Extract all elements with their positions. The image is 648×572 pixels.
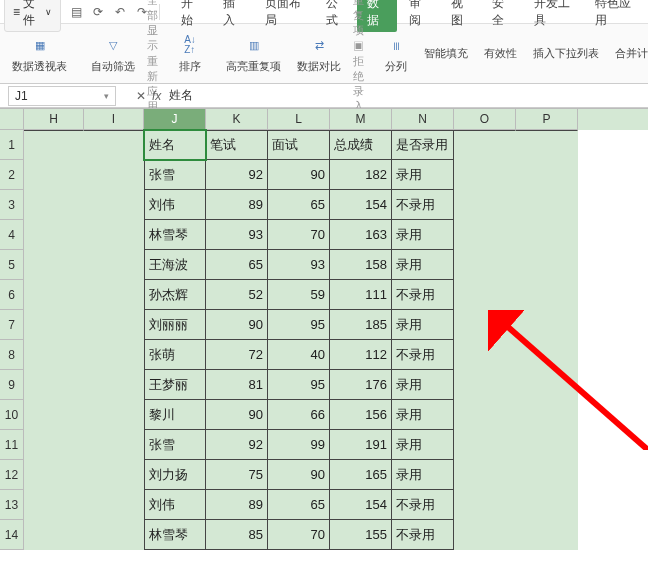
cell[interactable]: 185 [330, 310, 392, 340]
cell[interactable] [24, 310, 84, 340]
cell[interactable]: 92 [206, 430, 268, 460]
cell[interactable] [454, 460, 516, 490]
cell[interactable] [84, 430, 144, 460]
cell[interactable] [454, 280, 516, 310]
cell[interactable] [84, 280, 144, 310]
cell[interactable] [516, 190, 578, 220]
cell[interactable] [24, 490, 84, 520]
col-header-L[interactable]: L [268, 109, 330, 130]
cell[interactable]: 录用 [392, 430, 454, 460]
cell[interactable] [454, 340, 516, 370]
texttocols-button[interactable]: ⫼ 分列 [380, 31, 412, 76]
save-icon[interactable]: ▤ [67, 2, 85, 22]
cell[interactable]: 录用 [392, 400, 454, 430]
cell[interactable] [516, 160, 578, 190]
row-header[interactable]: 14 [0, 520, 24, 550]
tab-security[interactable]: 安全 [482, 0, 522, 32]
undo-icon[interactable]: ↶ [111, 2, 129, 22]
cell[interactable]: 95 [268, 310, 330, 340]
cell[interactable] [24, 250, 84, 280]
cell[interactable]: 录用 [392, 250, 454, 280]
col-header-H[interactable]: H [24, 109, 84, 130]
select-all-corner[interactable] [0, 109, 24, 130]
showall-button[interactable]: 全部显示 [147, 0, 158, 53]
cell[interactable] [84, 220, 144, 250]
cell[interactable]: 176 [330, 370, 392, 400]
highlight-dup-button[interactable]: ▥ 高亮重复项 [222, 31, 285, 76]
cell[interactable]: 总成绩 [330, 130, 392, 160]
cell[interactable]: 154 [330, 490, 392, 520]
cell[interactable] [516, 370, 578, 400]
deldup-button[interactable]: ▦ 删除重复项 [353, 0, 364, 38]
name-box[interactable]: J1 ▾ [8, 86, 116, 106]
cell[interactable]: 90 [268, 460, 330, 490]
cell[interactable] [516, 400, 578, 430]
spreadsheet-grid[interactable]: H I J K L M N O P 1姓名笔试面试总成绩是否录用2张雪92901… [0, 108, 648, 550]
cell[interactable]: 70 [268, 220, 330, 250]
row-header[interactable]: 7 [0, 310, 24, 340]
cell[interactable] [84, 340, 144, 370]
cell[interactable] [454, 430, 516, 460]
cell[interactable] [24, 430, 84, 460]
formula-input[interactable]: 姓名 [169, 87, 193, 104]
cell[interactable]: 155 [330, 520, 392, 550]
cell[interactable] [24, 130, 84, 160]
cell[interactable]: 不录用 [392, 280, 454, 310]
cell[interactable]: 面试 [268, 130, 330, 160]
cell[interactable] [84, 370, 144, 400]
cell[interactable] [516, 310, 578, 340]
flashfill-button[interactable]: 智能填充 [420, 44, 472, 63]
pivot-button[interactable]: ▦ 数据透视表 [8, 31, 71, 76]
cell[interactable] [24, 280, 84, 310]
cell[interactable] [454, 250, 516, 280]
cell[interactable] [84, 130, 144, 160]
cell[interactable]: 是否录用 [392, 130, 454, 160]
cell[interactable] [516, 340, 578, 370]
dropdown-button[interactable]: 插入下拉列表 [529, 44, 603, 63]
cell[interactable] [516, 520, 578, 550]
cell[interactable]: 182 [330, 160, 392, 190]
cell[interactable]: 72 [206, 340, 268, 370]
tab-view[interactable]: 视图 [441, 0, 481, 32]
cell[interactable]: 99 [268, 430, 330, 460]
cell[interactable] [24, 370, 84, 400]
cell[interactable] [24, 520, 84, 550]
cell[interactable] [24, 400, 84, 430]
sort-button[interactable]: A↓Z↑ 排序 [174, 31, 206, 76]
cell[interactable] [516, 250, 578, 280]
cell[interactable]: 52 [206, 280, 268, 310]
cell[interactable]: 录用 [392, 220, 454, 250]
cell[interactable] [84, 520, 144, 550]
cell[interactable] [454, 370, 516, 400]
cell[interactable]: 65 [268, 190, 330, 220]
cell[interactable]: 89 [206, 190, 268, 220]
cell[interactable]: 111 [330, 280, 392, 310]
cell[interactable]: 90 [268, 160, 330, 190]
datacompare-button[interactable]: ⇄ 数据对比 [293, 31, 345, 76]
cell[interactable]: 不录用 [392, 190, 454, 220]
cell[interactable] [454, 310, 516, 340]
tab-review[interactable]: 审阅 [399, 0, 439, 32]
cell[interactable] [454, 160, 516, 190]
reapply-button[interactable]: 重新应用 [147, 54, 158, 114]
cell[interactable]: 录用 [392, 370, 454, 400]
cell[interactable]: 姓名 [144, 130, 206, 160]
cell[interactable] [516, 220, 578, 250]
col-header-K[interactable]: K [206, 109, 268, 130]
cell[interactable]: 66 [268, 400, 330, 430]
tab-devtools[interactable]: 开发工具 [524, 0, 583, 32]
cell[interactable] [84, 490, 144, 520]
cell[interactable]: 不录用 [392, 490, 454, 520]
cell[interactable]: 刘力扬 [144, 460, 206, 490]
row-header[interactable]: 1 [0, 130, 24, 160]
cell[interactable]: 张萌 [144, 340, 206, 370]
cell[interactable]: 林雪琴 [144, 520, 206, 550]
cell[interactable]: 张雪 [144, 430, 206, 460]
cell[interactable] [84, 310, 144, 340]
tab-insert[interactable]: 插入 [213, 0, 253, 32]
cell[interactable] [516, 280, 578, 310]
col-header-P[interactable]: P [516, 109, 578, 130]
cell[interactable] [84, 250, 144, 280]
cell[interactable]: 85 [206, 520, 268, 550]
row-header[interactable]: 11 [0, 430, 24, 460]
